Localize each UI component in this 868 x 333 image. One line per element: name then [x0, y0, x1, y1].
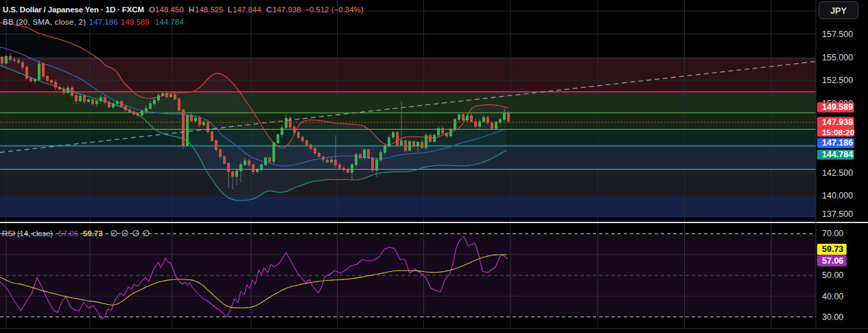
svg-text:∅: ∅ [132, 229, 139, 238]
svg-text:149.589: 149.589 [121, 18, 150, 26]
svg-text:50.00: 50.00 [822, 271, 843, 280]
svg-text:148.450: 148.450 [155, 5, 184, 14]
svg-text:147.844: 147.844 [233, 5, 261, 14]
svg-text:−0.512 (−0.34%): −0.512 (−0.34%) [305, 5, 364, 14]
svg-text:∅: ∅ [121, 229, 129, 238]
svg-text:L: L [228, 5, 233, 14]
svg-text:∅: ∅ [143, 229, 150, 238]
svg-text:152.500: 152.500 [822, 76, 853, 85]
svg-text:BB (20, SMA, close, 2): BB (20, SMA, close, 2) [3, 18, 86, 26]
svg-text:JPY: JPY [830, 6, 847, 16]
svg-text:30.00: 30.00 [822, 312, 843, 322]
svg-text:137.500: 137.500 [822, 209, 853, 219]
svg-text:O: O [149, 5, 155, 14]
svg-text:C: C [266, 5, 272, 14]
svg-text:59.73: 59.73 [822, 244, 843, 254]
svg-text:H: H [189, 5, 194, 14]
svg-text:57.06: 57.06 [822, 256, 843, 266]
svg-text:15:08:20: 15:08:20 [822, 128, 855, 137]
svg-text:70.00: 70.00 [822, 229, 843, 238]
svg-text:140.000: 140.000 [822, 191, 853, 200]
svg-text:59.73: 59.73 [83, 229, 103, 238]
svg-text:147.938: 147.938 [272, 5, 301, 14]
svg-text:40.00: 40.00 [822, 292, 843, 301]
svg-text:147.186: 147.186 [89, 18, 118, 26]
svg-text:147.186: 147.186 [822, 138, 853, 148]
svg-text:144.784: 144.784 [822, 150, 853, 159]
svg-text:148.525: 148.525 [195, 5, 224, 14]
svg-text:149.589: 149.589 [822, 102, 853, 112]
svg-text:∅: ∅ [110, 229, 118, 238]
svg-text:U.S. Dollar / Japanese Yen · 1: U.S. Dollar / Japanese Yen · 1D · FXCM [3, 5, 144, 14]
svg-text:RSI (14, close): RSI (14, close) [2, 229, 53, 238]
svg-text:142.500: 142.500 [822, 168, 853, 178]
svg-text:157.500: 157.500 [822, 30, 853, 39]
svg-text:147.938: 147.938 [822, 117, 853, 127]
svg-text:144.784: 144.784 [155, 18, 184, 26]
svg-text:155.000: 155.000 [822, 53, 853, 62]
svg-text:57.06: 57.06 [58, 229, 78, 238]
